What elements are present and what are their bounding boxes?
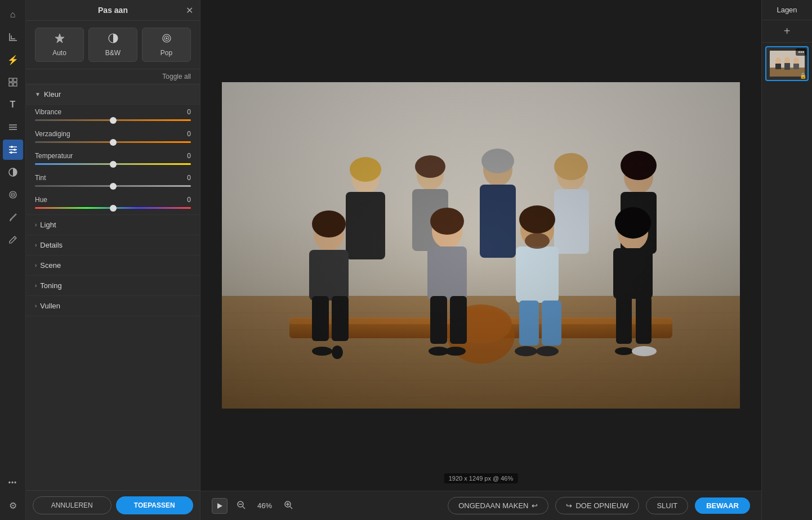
- verzadiging-label: Verzadiging: [35, 130, 70, 138]
- svg-point-91: [775, 57, 781, 64]
- vibrance-slider[interactable]: [35, 119, 191, 121]
- svg-rect-92: [775, 64, 781, 69]
- undo-icon: ↩: [532, 501, 538, 510]
- layers-panel: Lagen + ••• 🔒 ›: [761, 0, 812, 520]
- hue-value: 0: [187, 196, 191, 204]
- panel-title: Pas aan: [98, 6, 128, 15]
- settings-icon[interactable]: ⚙: [3, 495, 23, 515]
- hue-thumb[interactable]: [110, 205, 117, 212]
- redo-button[interactable]: ↪ DOE OPNIEUW: [555, 497, 639, 514]
- temperatuur-slider[interactable]: [35, 163, 191, 165]
- toning-section-title: Toning: [40, 281, 61, 290]
- details-section-title: Details: [40, 241, 63, 249]
- add-layer-button[interactable]: +: [762, 20, 812, 43]
- tint-slider[interactable]: [35, 185, 191, 187]
- preset-pop-button[interactable]: Pop: [142, 28, 191, 62]
- toning-section-header[interactable]: › Toning: [26, 276, 200, 296]
- tint-slider-row: Tint 0: [26, 171, 200, 192]
- svg-rect-1: [14, 78, 17, 82]
- bw-icon: [108, 33, 119, 47]
- adjust-panel: Pas aan ✕ Auto B&W: [26, 0, 200, 520]
- panel-bottom-buttons: ANNULEREN TOEPASSEN: [26, 490, 200, 520]
- preset-auto-label: Auto: [52, 49, 66, 57]
- vibrance-value: 0: [187, 108, 191, 116]
- svg-rect-3: [14, 83, 17, 86]
- svg-point-12: [10, 151, 12, 154]
- left-toolbar: ⌂ ⚡ T: [0, 0, 26, 520]
- text-tool-icon[interactable]: T: [3, 95, 23, 115]
- layer-item[interactable]: ••• 🔒: [765, 46, 809, 81]
- scene-chevron-icon: ›: [35, 262, 37, 268]
- tint-label: Tint: [35, 174, 46, 182]
- svg-rect-80: [222, 82, 740, 409]
- details-section-header[interactable]: › Details: [26, 235, 200, 255]
- save-button[interactable]: BEWAAR: [695, 497, 750, 514]
- home-icon[interactable]: ⌂: [3, 5, 23, 25]
- spiral-icon[interactable]: [3, 185, 23, 205]
- undo-label: ONGEDAAN MAKEN: [458, 501, 528, 510]
- play-button[interactable]: [212, 498, 227, 514]
- preset-auto-button[interactable]: Auto: [35, 28, 84, 62]
- svg-point-93: [784, 57, 790, 64]
- hue-slider[interactable]: [35, 207, 191, 209]
- scene-section-header[interactable]: › Scene: [26, 255, 200, 276]
- svg-rect-2: [9, 83, 12, 86]
- adjust-sliders-icon[interactable]: [3, 140, 23, 160]
- zoom-in-button[interactable]: [282, 498, 295, 514]
- vibrance-thumb[interactable]: [110, 117, 117, 124]
- layer-menu-button[interactable]: •••: [796, 48, 806, 56]
- svg-point-8: [11, 146, 13, 148]
- verzadiging-thumb[interactable]: [110, 139, 117, 146]
- light-section-title: Light: [40, 221, 56, 229]
- vibrance-slider-row: Vibrance 0: [26, 105, 200, 127]
- svg-marker-81: [217, 503, 222, 509]
- photo-svg: [222, 82, 740, 409]
- toggle-all-button[interactable]: Toggle all: [162, 73, 191, 80]
- more-tools-icon[interactable]: •••: [3, 473, 23, 493]
- vullen-section-header[interactable]: › Vullen: [26, 296, 200, 316]
- layers-panel-title: Lagen: [762, 0, 812, 20]
- preset-pop-label: Pop: [160, 49, 172, 57]
- image-info-bar: 1920 x 1249 px @ 46%: [444, 473, 518, 483]
- layer-lock-icon: 🔒: [800, 73, 806, 79]
- svg-point-95: [793, 57, 799, 64]
- verzadiging-slider-row: Verzadiging 0: [26, 127, 200, 149]
- panel-scroll-area: ▼ Kleur Vibrance 0 Verzadiging 0: [26, 84, 200, 490]
- scene-section-title: Scene: [40, 261, 61, 270]
- crop-tool-icon[interactable]: [3, 27, 23, 47]
- close-button[interactable]: SLUIT: [646, 497, 688, 514]
- light-section-header[interactable]: › Light: [26, 215, 200, 235]
- zoom-out-button[interactable]: [234, 498, 248, 514]
- verzadiging-slider[interactable]: [35, 141, 191, 143]
- lightning-icon[interactable]: ⚡: [3, 50, 23, 70]
- svg-line-83: [243, 506, 245, 509]
- panel-close-button[interactable]: ✕: [186, 5, 193, 16]
- svg-point-10: [14, 149, 16, 151]
- hue-label: Hue: [35, 196, 47, 204]
- svg-rect-96: [793, 64, 799, 69]
- tint-value: 0: [187, 174, 191, 182]
- auto-icon: [54, 33, 65, 47]
- undo-button[interactable]: ONGEDAAN MAKEN ↩: [448, 497, 548, 514]
- svg-rect-94: [784, 63, 790, 70]
- circle-half-icon[interactable]: [3, 162, 23, 182]
- kleur-chevron-icon: ▼: [35, 91, 41, 97]
- preset-bw-button[interactable]: B&W: [88, 28, 137, 62]
- toepassen-button[interactable]: TOEPASSEN: [116, 496, 194, 514]
- pen-icon[interactable]: [3, 230, 23, 250]
- redo-icon: ↪: [566, 501, 572, 510]
- vibrance-label: Vibrance: [35, 108, 61, 116]
- brush-icon[interactable]: [3, 207, 23, 227]
- lines-tool-icon[interactable]: [3, 117, 23, 137]
- layers-grid-icon[interactable]: [3, 72, 23, 92]
- svg-point-16: [12, 194, 14, 195]
- tint-thumb[interactable]: [110, 183, 117, 190]
- toning-chevron-icon: ›: [35, 283, 37, 289]
- hue-slider-row: Hue 0: [26, 192, 200, 214]
- temperatuur-thumb[interactable]: [110, 161, 117, 168]
- annuleren-button[interactable]: ANNULEREN: [33, 496, 111, 514]
- svg-rect-0: [9, 78, 12, 82]
- preset-bw-label: B&W: [105, 49, 121, 57]
- canvas-image-container: [200, 0, 761, 491]
- kleur-section-header[interactable]: ▼ Kleur: [26, 84, 200, 105]
